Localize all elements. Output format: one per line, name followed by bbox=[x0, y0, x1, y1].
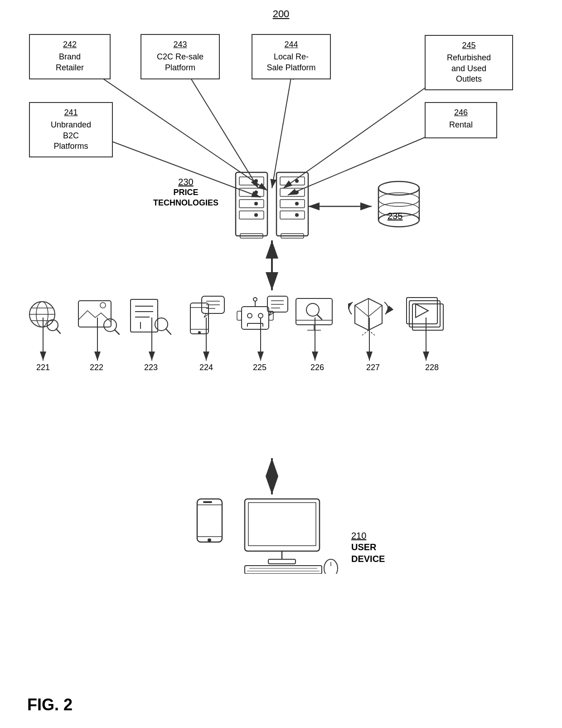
icon-223 bbox=[127, 297, 174, 340]
box-241-label: UnbrandedB2CPlatforms bbox=[51, 120, 91, 151]
database-icon bbox=[372, 177, 426, 236]
box-242: 242 BrandRetailer bbox=[29, 34, 111, 79]
box-245-num: 245 bbox=[431, 40, 507, 51]
svg-rect-54 bbox=[78, 301, 111, 327]
user-device-label: 210 USERDEVICE bbox=[351, 531, 385, 565]
svg-point-112 bbox=[324, 559, 338, 574]
svg-point-37 bbox=[295, 191, 299, 194]
diagram-number: 200 bbox=[273, 8, 290, 20]
svg-rect-87 bbox=[296, 298, 332, 325]
svg-point-38 bbox=[295, 202, 299, 205]
svg-rect-25 bbox=[239, 211, 264, 219]
svg-marker-99 bbox=[416, 304, 428, 318]
box-246-num: 246 bbox=[431, 107, 491, 118]
desktop-computer-icon bbox=[240, 497, 340, 574]
svg-point-82 bbox=[253, 298, 257, 301]
svg-rect-22 bbox=[239, 177, 264, 185]
box-243: 243 C2C Re-salePlatform bbox=[140, 34, 220, 79]
icon-label-221: 221 bbox=[36, 363, 50, 372]
svg-point-27 bbox=[254, 191, 258, 194]
svg-rect-104 bbox=[203, 501, 212, 503]
svg-point-76 bbox=[247, 313, 252, 318]
svg-line-53 bbox=[56, 329, 60, 333]
box-243-label: C2C Re-salePlatform bbox=[157, 52, 203, 72]
svg-point-39 bbox=[295, 213, 299, 217]
box-245: 245 Refurbishedand UsedOutlets bbox=[425, 35, 513, 90]
svg-rect-24 bbox=[239, 200, 264, 208]
svg-rect-97 bbox=[409, 301, 440, 327]
icon-label-223: 223 bbox=[144, 363, 158, 372]
box-245-label: Refurbishedand UsedOutlets bbox=[447, 53, 491, 83]
svg-line-64 bbox=[166, 329, 171, 334]
icon-label-224: 224 bbox=[199, 363, 213, 372]
svg-rect-73 bbox=[242, 307, 269, 329]
svg-point-29 bbox=[254, 213, 258, 217]
svg-line-95 bbox=[368, 330, 375, 336]
svg-rect-33 bbox=[280, 188, 305, 196]
svg-rect-109 bbox=[245, 566, 322, 574]
svg-rect-32 bbox=[280, 177, 305, 185]
box-246: 246 Rental bbox=[425, 102, 497, 138]
svg-line-57 bbox=[115, 330, 119, 334]
svg-rect-105 bbox=[245, 499, 320, 551]
server-icon bbox=[231, 163, 313, 243]
database-label: 235 bbox=[388, 211, 402, 221]
svg-rect-21 bbox=[236, 172, 267, 236]
icon-221 bbox=[22, 297, 67, 340]
icon-227 bbox=[348, 294, 398, 341]
svg-point-55 bbox=[100, 303, 106, 308]
icon-label-225: 225 bbox=[253, 363, 266, 372]
mobile-phone-icon bbox=[195, 497, 231, 556]
svg-rect-106 bbox=[248, 503, 316, 546]
box-242-label: BrandRetailer bbox=[56, 52, 84, 72]
box-244-label: Local Re-Sale Platform bbox=[266, 52, 315, 72]
svg-point-36 bbox=[295, 179, 299, 183]
svg-rect-108 bbox=[268, 559, 296, 564]
icon-label-226: 226 bbox=[310, 363, 324, 372]
box-243-num: 243 bbox=[147, 39, 213, 50]
box-241: 241 UnbrandedB2CPlatforms bbox=[29, 102, 113, 157]
fig-label: FIG. 2 bbox=[27, 695, 73, 714]
svg-point-77 bbox=[258, 313, 263, 318]
svg-point-103 bbox=[208, 538, 211, 542]
svg-rect-31 bbox=[276, 172, 308, 236]
svg-rect-74 bbox=[237, 311, 242, 320]
svg-line-92 bbox=[317, 315, 322, 319]
icon-label-227: 227 bbox=[366, 363, 380, 372]
server-label: 230 PRICETECHNOLOGIES bbox=[150, 177, 222, 209]
svg-rect-34 bbox=[280, 200, 305, 208]
icon-222 bbox=[75, 297, 122, 340]
svg-rect-58 bbox=[131, 299, 158, 332]
svg-point-28 bbox=[254, 202, 258, 205]
svg-rect-98 bbox=[407, 298, 437, 324]
svg-point-26 bbox=[254, 179, 258, 183]
diagram-container: 200 bbox=[0, 0, 562, 728]
svg-line-94 bbox=[362, 330, 368, 336]
icon-228 bbox=[406, 294, 455, 341]
box-244: 244 Local Re-Sale Platform bbox=[252, 34, 331, 79]
icon-label-228: 228 bbox=[425, 363, 439, 372]
icon-225 bbox=[235, 294, 289, 341]
box-244-num: 244 bbox=[258, 39, 325, 50]
icon-224 bbox=[181, 294, 229, 341]
icon-label-222: 222 bbox=[90, 363, 103, 372]
icon-226 bbox=[294, 294, 344, 341]
svg-rect-23 bbox=[239, 188, 264, 196]
box-246-label: Rental bbox=[449, 120, 473, 129]
svg-rect-35 bbox=[280, 211, 305, 219]
box-241-num: 241 bbox=[35, 107, 107, 118]
box-242-num: 242 bbox=[35, 39, 104, 50]
svg-rect-100 bbox=[197, 499, 222, 542]
svg-point-68 bbox=[198, 331, 201, 334]
